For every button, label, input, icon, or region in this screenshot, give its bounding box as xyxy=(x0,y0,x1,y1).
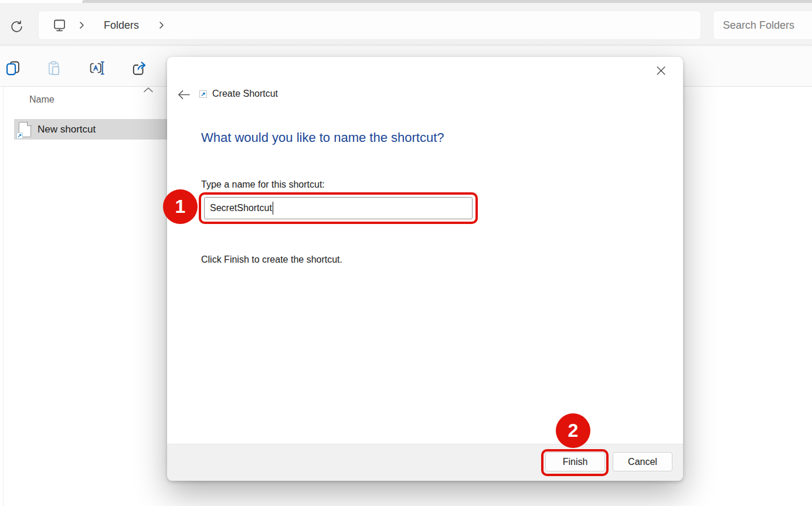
share-icon xyxy=(131,60,148,77)
search-input[interactable]: Search Folders xyxy=(713,11,812,40)
text-caret xyxy=(273,202,274,215)
paste-icon xyxy=(46,60,62,76)
search-placeholder: Search Folders xyxy=(723,19,794,32)
paste-button[interactable] xyxy=(42,57,66,79)
dialog-close-button[interactable] xyxy=(648,60,674,80)
refresh-button[interactable] xyxy=(5,16,28,37)
create-shortcut-dialog: ↗ Create Shortcut What would you like to… xyxy=(167,57,683,481)
file-row-new-shortcut[interactable]: ↗ New shortcut xyxy=(14,119,176,140)
dialog-heading: What would you like to name the shortcut… xyxy=(201,130,444,145)
this-pc-icon[interactable] xyxy=(52,18,67,33)
address-bar[interactable]: Folders xyxy=(38,11,701,40)
column-header-name[interactable]: Name xyxy=(29,94,55,105)
shortcut-mini-icon: ↗ xyxy=(199,90,207,98)
breadcrumb-folders[interactable]: Folders xyxy=(96,19,147,32)
window-left-edge xyxy=(3,87,4,506)
copy-button[interactable] xyxy=(1,57,25,79)
copy-icon xyxy=(5,60,21,76)
dialog-title: Create Shortcut xyxy=(212,89,278,99)
shortcut-file-icon: ↗ xyxy=(19,122,31,137)
sort-ascending-icon[interactable] xyxy=(143,87,154,93)
cancel-button[interactable]: Cancel xyxy=(613,452,672,471)
file-name: New shortcut xyxy=(38,124,96,135)
dialog-titlebar: ↗ Create Shortcut xyxy=(199,89,278,99)
annotation-step-2: 2 xyxy=(556,413,590,448)
close-icon xyxy=(656,66,666,76)
share-button[interactable] xyxy=(127,57,151,79)
dialog-footer: Finish Cancel xyxy=(167,444,683,481)
refresh-icon xyxy=(9,19,24,34)
breadcrumb-chevron-icon[interactable] xyxy=(152,21,171,29)
finish-button[interactable]: Finish xyxy=(545,452,605,471)
shortcut-name-input[interactable]: SecretShortcut xyxy=(204,197,473,219)
arrow-left-icon xyxy=(177,89,191,100)
breadcrumb-chevron-icon[interactable] xyxy=(72,21,91,29)
dialog-back-button[interactable] xyxy=(173,85,194,104)
annotation-step-1: 1 xyxy=(163,189,198,224)
rename-icon xyxy=(88,60,106,76)
finish-hint-text: Click Finish to create the shortcut. xyxy=(201,254,342,265)
screen: Folders Search Folders xyxy=(0,0,812,506)
shortcut-name-label: Type a name for this shortcut: xyxy=(201,179,325,190)
rename-button[interactable] xyxy=(85,57,108,79)
shortcut-name-value: SecretShortcut xyxy=(210,203,272,213)
